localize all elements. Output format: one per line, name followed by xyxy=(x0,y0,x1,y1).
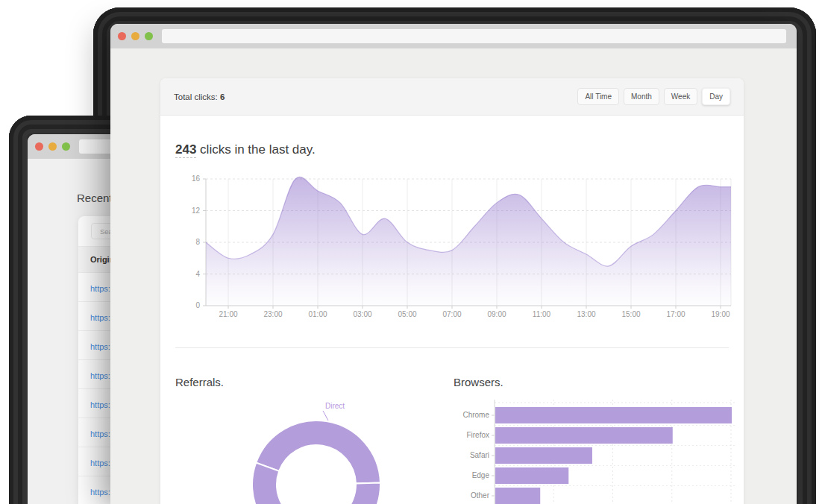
total-clicks: Total clicks: 6 xyxy=(174,92,225,101)
close-window-icon[interactable] xyxy=(118,32,126,40)
svg-text:17:00: 17:00 xyxy=(666,310,685,318)
referrals-section-title: Referrals. xyxy=(175,376,224,388)
svg-text:Safari: Safari xyxy=(470,451,489,459)
analytics-card-header: Total clicks: 6 All TimeMonthWeekDay xyxy=(160,78,744,116)
window-controls xyxy=(35,142,70,151)
svg-text:Other: Other xyxy=(471,491,490,500)
total-clicks-label: Total clicks: xyxy=(174,92,218,101)
svg-text:Firefox: Firefox xyxy=(466,431,489,439)
svg-text:01:00: 01:00 xyxy=(308,310,327,318)
main-browser-window: Total clicks: 6 All TimeMonthWeekDay 243… xyxy=(110,24,797,504)
svg-text:11:00: 11:00 xyxy=(533,310,551,318)
analytics-card: Total clicks: 6 All TimeMonthWeekDay 243… xyxy=(160,78,744,504)
url-bar[interactable] xyxy=(162,29,786,43)
clicks-headline-text: clicks in the last day. xyxy=(196,142,315,157)
recent-links-heading: Recent xyxy=(77,192,113,204)
svg-text:09:00: 09:00 xyxy=(487,310,506,318)
svg-text:Chrome: Chrome xyxy=(462,411,489,419)
total-clicks-value: 6 xyxy=(220,92,225,101)
minimize-window-icon[interactable] xyxy=(48,142,57,151)
svg-text:8: 8 xyxy=(195,238,200,246)
svg-text:19:00: 19:00 xyxy=(711,310,730,318)
svg-text:12: 12 xyxy=(192,207,201,215)
svg-text:07:00: 07:00 xyxy=(442,310,461,318)
clicks-headline: 243 clicks in the last day. xyxy=(175,142,316,157)
close-window-icon[interactable] xyxy=(35,142,43,151)
svg-text:23:00: 23:00 xyxy=(263,310,282,318)
svg-text:15:00: 15:00 xyxy=(621,310,640,318)
browsers-bar-chart: ChromeFirefoxSafariEdgeOther xyxy=(454,400,738,504)
svg-text:0: 0 xyxy=(195,301,200,309)
filter-button-day[interactable]: Day xyxy=(702,88,730,105)
section-divider xyxy=(175,347,729,348)
filter-button-week[interactable]: Week xyxy=(664,88,697,105)
svg-text:Direct: Direct xyxy=(325,402,345,410)
clicks-area-chart: 21:0023:0001:0003:0005:0007:0009:0011:00… xyxy=(160,171,744,324)
referrals-donut-chart: Direct xyxy=(246,399,382,504)
svg-text:03:00: 03:00 xyxy=(353,310,371,318)
filter-button-month[interactable]: Month xyxy=(624,88,659,105)
maximize-window-icon[interactable] xyxy=(62,142,70,151)
filter-button-all-time[interactable]: All Time xyxy=(577,88,619,105)
svg-text:05:00: 05:00 xyxy=(398,310,416,318)
analytics-page: Total clicks: 6 All TimeMonthWeekDay 243… xyxy=(110,48,797,504)
minimize-window-icon[interactable] xyxy=(131,32,139,40)
svg-text:21:00: 21:00 xyxy=(219,310,237,318)
clicks-count: 243 xyxy=(175,142,196,158)
main-browser-chrome xyxy=(110,24,797,48)
window-controls xyxy=(118,32,153,40)
svg-text:Edge: Edge xyxy=(472,471,490,479)
maximize-window-icon[interactable] xyxy=(145,32,153,40)
browsers-section-title: Browsers. xyxy=(454,376,503,388)
filter-group: All TimeMonthWeekDay xyxy=(577,88,730,105)
svg-text:13:00: 13:00 xyxy=(577,310,595,318)
svg-text:4: 4 xyxy=(195,270,200,278)
svg-text:16: 16 xyxy=(192,174,201,183)
